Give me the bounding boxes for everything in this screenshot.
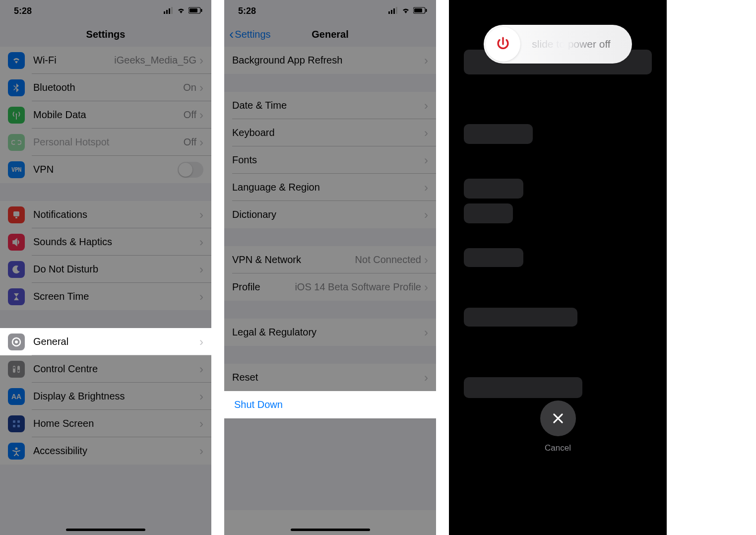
chevron-right-icon: › <box>424 281 428 293</box>
chevron-right-icon: › <box>424 182 428 194</box>
chevron-right-icon: › <box>424 327 428 338</box>
row-personal-hotspot: Personal Hotspot Off › <box>0 129 211 156</box>
chevron-right-icon: › <box>199 445 203 457</box>
nav-bar: ‹ Settings General <box>224 22 436 47</box>
svg-rect-0 <box>164 11 165 14</box>
cancel-area: Cancel <box>540 401 576 453</box>
chevron-right-icon: › <box>199 291 203 303</box>
row-mobile-data[interactable]: Mobile Data Off › <box>0 101 211 129</box>
gear-icon <box>8 334 25 350</box>
bell-icon <box>8 206 25 223</box>
bg-row <box>464 203 513 223</box>
row-display[interactable]: AA Display & Brightness › <box>0 383 211 410</box>
row-general[interactable]: General › <box>0 328 211 355</box>
back-button[interactable]: ‹ Settings <box>229 27 271 41</box>
svg-rect-16 <box>13 420 15 423</box>
row-language-region[interactable]: Language & Region› <box>224 174 436 201</box>
general-group-localization: Date & Time› Keyboard› Fonts› Language &… <box>224 92 436 228</box>
home-indicator[interactable] <box>66 529 145 531</box>
chevron-right-icon: › <box>199 236 203 248</box>
bg-row <box>464 248 523 267</box>
row-accessibility[interactable]: Accessibility › <box>0 437 211 465</box>
row-label: Bluetooth <box>33 82 183 93</box>
row-reset[interactable]: Reset› <box>224 364 436 391</box>
row-sounds[interactable]: Sounds & Haptics › <box>0 228 211 256</box>
row-label: General <box>33 336 199 347</box>
chevron-right-icon: › <box>199 109 203 121</box>
shut-down-button[interactable]: Shut Down <box>224 391 436 418</box>
chevron-left-icon: ‹ <box>229 27 234 41</box>
row-label: Fonts <box>232 154 424 166</box>
row-label: Personal Hotspot <box>33 136 184 148</box>
row-label: Sounds & Haptics <box>33 236 199 248</box>
chevron-right-icon: › <box>199 264 203 275</box>
svg-rect-1 <box>166 10 168 14</box>
general-group-legal: Legal & Regulatory› <box>224 319 436 346</box>
chevron-right-icon: › <box>424 100 428 112</box>
chevron-right-icon: › <box>424 55 428 67</box>
shut-down-label: Shut Down <box>234 399 283 410</box>
row-screen-time[interactable]: Screen Time › <box>0 283 211 310</box>
row-keyboard[interactable]: Keyboard› <box>224 119 436 146</box>
row-vpn-network[interactable]: VPN & NetworkNot Connected› <box>224 246 436 273</box>
row-vpn[interactable]: VPN VPN <box>0 156 211 183</box>
home-indicator[interactable] <box>291 529 370 531</box>
bg-row <box>464 124 533 144</box>
battery-icon <box>413 6 427 16</box>
row-profile[interactable]: ProfileiOS 14 Beta Software Profile› <box>224 273 436 301</box>
row-dnd[interactable]: Do Not Disturb › <box>0 256 211 283</box>
chevron-right-icon: › <box>199 136 203 148</box>
row-background-app-refresh[interactable]: Background App Refresh › <box>224 47 436 74</box>
svg-point-14 <box>13 367 15 369</box>
row-dictionary[interactable]: Dictionary› <box>224 201 436 228</box>
chevron-right-icon: › <box>424 154 428 166</box>
svg-point-15 <box>18 370 20 372</box>
row-label: Dictionary <box>232 209 424 220</box>
svg-rect-22 <box>391 10 392 14</box>
bg-row <box>464 179 523 199</box>
svg-rect-8 <box>13 211 19 216</box>
general-group-reset: Reset› <box>224 364 436 391</box>
status-time: 5:28 <box>14 6 32 16</box>
row-date-time[interactable]: Date & Time› <box>224 92 436 119</box>
row-fonts[interactable]: Fonts› <box>224 146 436 174</box>
signal-icon <box>388 6 398 16</box>
nav-bar: Settings <box>0 22 211 47</box>
page-title: Settings <box>86 29 126 40</box>
row-label: Do Not Disturb <box>33 264 199 275</box>
row-label: Mobile Data <box>33 109 184 121</box>
row-control-centre[interactable]: Control Centre › <box>0 355 211 383</box>
row-wifi[interactable]: Wi-Fi iGeeks_Media_5G › <box>0 47 211 74</box>
row-bluetooth[interactable]: Bluetooth On › <box>0 74 211 101</box>
svg-rect-26 <box>414 8 422 12</box>
chevron-right-icon: › <box>199 391 203 402</box>
row-label: Language & Region <box>232 182 424 193</box>
moon-icon <box>8 261 25 278</box>
row-label: Display & Brightness <box>33 391 199 402</box>
hotspot-icon <box>8 134 25 151</box>
figure-icon <box>8 443 25 460</box>
row-legal[interactable]: Legal & Regulatory› <box>224 319 436 346</box>
cancel-button[interactable] <box>540 401 576 436</box>
svg-rect-23 <box>393 8 395 14</box>
back-label: Settings <box>235 29 270 40</box>
row-label: Legal & Regulatory <box>232 327 424 338</box>
power-knob[interactable] <box>486 27 520 62</box>
row-notifications[interactable]: Notifications › <box>0 201 211 228</box>
svg-rect-21 <box>388 11 390 14</box>
row-value: Off <box>184 136 196 148</box>
power-off-slider[interactable]: slide to power off <box>484 25 632 64</box>
text-size-icon: AA <box>8 388 25 405</box>
signal-icon <box>164 6 174 16</box>
row-value: iOS 14 Beta Software Profile <box>295 281 421 293</box>
row-value: Not Connected <box>355 254 421 266</box>
row-label: VPN & Network <box>232 254 355 266</box>
vpn-toggle[interactable] <box>178 162 203 178</box>
row-label: Notifications <box>33 209 199 220</box>
power-off-screen: slide to power off Cancel <box>449 0 667 535</box>
antenna-icon <box>8 107 25 124</box>
row-home-screen[interactable]: Home Screen › <box>0 410 211 437</box>
row-label: VPN <box>33 164 178 175</box>
chevron-right-icon: › <box>424 254 428 266</box>
row-label: Control Centre <box>33 363 199 375</box>
